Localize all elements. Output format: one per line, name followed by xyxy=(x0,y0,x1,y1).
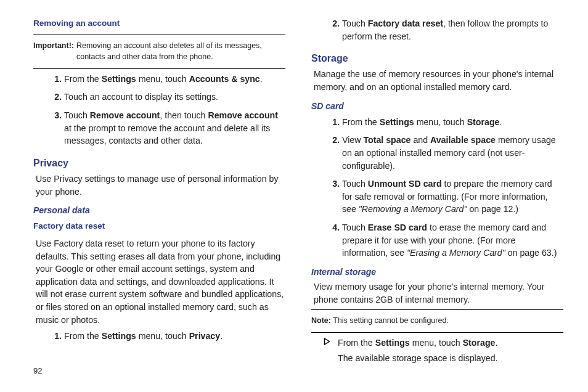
important-text: Removing an account also deletes all of … xyxy=(76,40,285,62)
bold: Storage xyxy=(467,117,500,127)
list-item: From the Settings menu, touch Storage. xyxy=(333,116,563,129)
bold: Settings xyxy=(380,117,414,127)
note-label: Note: xyxy=(311,316,331,325)
list-item: Touch Remove account, then touch Remove … xyxy=(55,109,285,147)
step-text: Touch an account to display its settings… xyxy=(64,92,218,102)
step-text: on page 12.) xyxy=(467,204,518,214)
bold: Privacy xyxy=(189,331,221,341)
cross-reference: "Erasing a Memory Card" xyxy=(407,248,505,258)
step-text: , then touch xyxy=(160,110,208,120)
heading-privacy: Privacy xyxy=(33,156,285,170)
list-item: View Total space and Available space mem… xyxy=(333,134,563,172)
step-text: menu, touch xyxy=(136,74,189,84)
internal-storage-text: View memory usage for your phone's inter… xyxy=(314,280,563,306)
list-item: Touch Unmount SD card to prepare the mem… xyxy=(333,178,563,216)
rule-bottom-important xyxy=(33,68,285,69)
storage-text: Manage the use of memory resources in yo… xyxy=(314,68,563,93)
heading-personal-data: Personal data xyxy=(33,204,285,216)
step-text: menu, touch xyxy=(414,117,467,127)
list-item: From the Settings menu, touch Privacy. xyxy=(55,330,285,343)
step-text: . xyxy=(220,331,223,341)
steps-factory-continued: Touch Factory data reset, then follow th… xyxy=(311,17,563,43)
steps-remove-account: From the Settings menu, touch Accounts &… xyxy=(33,73,285,147)
step-text: Touch xyxy=(342,223,368,232)
heading-removing-account: Removing an account xyxy=(33,17,285,30)
list-item: Touch an account to display its settings… xyxy=(55,91,285,104)
heading-sd-card: SD card xyxy=(311,100,563,112)
bold: Settings xyxy=(102,331,136,341)
bullet-step-storage: From the Settings menu, touch Storage. T… xyxy=(324,337,563,367)
heading-internal-storage: Internal storage xyxy=(311,266,563,278)
step-text: Touch xyxy=(64,110,90,120)
note-important: Important!: Removing an account also del… xyxy=(33,38,285,65)
step-text: Touch xyxy=(342,18,368,28)
steps-sd-card: From the Settings menu, touch Storage. V… xyxy=(311,116,563,259)
bold: Remove account xyxy=(90,110,160,120)
bold: Unmount SD card xyxy=(368,179,442,189)
page-spread: Removing an account Important!: Removing… xyxy=(0,0,588,367)
step-text: From the xyxy=(64,74,102,84)
list-item: Touch Factory data reset, then follow th… xyxy=(333,17,563,43)
triangle-bullet-icon xyxy=(324,337,330,367)
bold: Settings xyxy=(375,338,410,348)
factory-reset-text: Use Factory data reset to return your ph… xyxy=(36,237,285,326)
heading-storage: Storage xyxy=(311,51,563,65)
rule-top-important xyxy=(33,35,285,35)
bold: Total space xyxy=(363,135,410,145)
step-text: at the prompt to remove the account and … xyxy=(64,123,270,146)
heading-factory-reset: Factory data reset xyxy=(33,220,285,232)
bullet-text-2: The available storage space is displayed… xyxy=(338,352,563,365)
step-text: on page 63.) xyxy=(505,248,557,258)
step-text: From the xyxy=(64,331,102,341)
step-text: . xyxy=(260,74,263,84)
step-text: View xyxy=(342,135,363,145)
bullet-text: menu, touch xyxy=(410,338,463,348)
bullet-text: . xyxy=(495,338,497,348)
step-text: and xyxy=(410,135,430,145)
bullet-content: From the Settings menu, touch Storage. T… xyxy=(338,337,563,367)
bold: Accounts & sync xyxy=(189,74,260,84)
bold: Available space xyxy=(430,135,496,145)
bold: Erase SD card xyxy=(368,223,427,232)
step-text: . xyxy=(499,117,502,127)
step-text: menu, touch xyxy=(136,331,189,341)
note-config: Note: This setting cannot be configured. xyxy=(311,312,563,329)
cross-reference: "Removing a Memory Card" xyxy=(359,204,467,214)
note-text: This setting cannot be configured. xyxy=(333,316,449,325)
step-text: From the xyxy=(342,117,380,127)
step-text: Touch xyxy=(342,179,368,189)
bold: Remove account xyxy=(208,110,278,120)
rule-top-note xyxy=(311,309,563,310)
steps-privacy: From the Settings menu, touch Privacy. xyxy=(33,330,285,343)
page-number: 92 xyxy=(33,365,42,377)
list-item: Touch Erase SD card to erase the memory … xyxy=(333,221,563,259)
bold: Settings xyxy=(102,74,136,84)
list-item: From the Settings menu, touch Accounts &… xyxy=(55,73,285,86)
bold: Storage xyxy=(463,338,496,348)
rule-bottom-note xyxy=(311,332,563,333)
bullet-text: From the xyxy=(338,338,375,348)
left-column: Removing an account Important!: Removing… xyxy=(33,17,285,367)
important-label: Important!: xyxy=(33,40,74,62)
privacy-text: Use Privacy settings to manage use of pe… xyxy=(36,173,285,198)
right-column: Touch Factory data reset, then follow th… xyxy=(311,17,563,367)
bold: Factory data reset xyxy=(368,18,443,28)
